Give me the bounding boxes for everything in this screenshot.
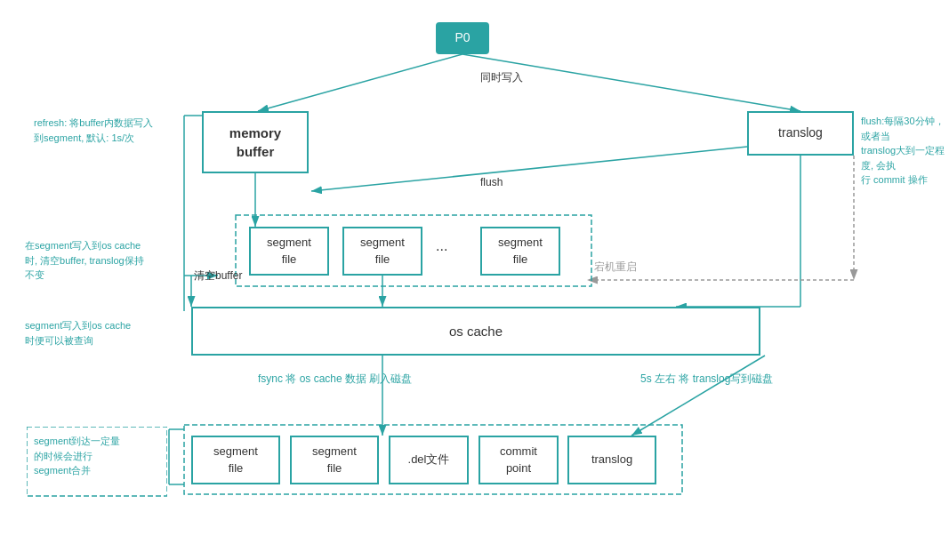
p0-label: P0	[454, 29, 470, 47]
translog-bot-label: translog	[591, 452, 632, 468]
translog-write-label: 5s 左右 将 translog写到磁盘	[640, 372, 773, 387]
flush-annotation: flush:每隔30分钟，或者当translog大到一定程度, 会执行 comm…	[861, 114, 949, 188]
seg-file-3-top-node: segmentfile	[480, 227, 560, 276]
reboot-label: 宕机重启	[594, 260, 637, 275]
dots: ...	[436, 238, 447, 254]
commit-point-node: commitpoint	[479, 436, 559, 484]
seg-file-2-top-node: segmentfile	[342, 227, 422, 276]
fsync-label: fsync 将 os cache 数据 刷入磁盘	[258, 372, 412, 387]
memory-buffer-label: memorybuffer	[229, 124, 281, 161]
seg-file-1-top-node: segmentfile	[249, 227, 329, 276]
flush-label: flush	[480, 176, 503, 188]
clear-buffer-label: 清空buffer	[194, 268, 242, 284]
seg-file-2-bot-node: segmentfile	[290, 436, 379, 484]
refresh-annotation: refresh: 将buffer内数据写入到segment, 默认: 1s/次	[34, 116, 198, 145]
segment-queryable-annotation: segment写入到os cache时便可以被查询	[25, 318, 189, 348]
svg-line-5	[311, 147, 747, 191]
write-together-annotation: 同时写入	[480, 69, 523, 85]
memory-buffer-node: memorybuffer	[202, 111, 309, 173]
translog-bot-node: translog	[567, 436, 656, 484]
del-file-node: .del文件	[389, 436, 469, 484]
diagram: P0 memorybuffer translog segmentfile seg…	[0, 0, 949, 560]
svg-line-11	[631, 356, 765, 436]
segment-to-cache-annotation: 在segment写入到os cache时, 清空buffer, translog…	[25, 238, 203, 283]
translog-top-label: translog	[778, 124, 823, 142]
seg-file-1-bot-node: segmentfile	[191, 436, 280, 484]
os-cache-label: os cache	[449, 322, 503, 340]
merge-box-svg	[27, 427, 167, 498]
del-file-label: .del文件	[408, 452, 450, 468]
svg-line-2	[258, 54, 462, 111]
p0-node: P0	[436, 22, 489, 54]
translog-top-node: translog	[747, 111, 854, 156]
os-cache-node: os cache	[191, 307, 760, 356]
svg-rect-22	[27, 427, 167, 496]
